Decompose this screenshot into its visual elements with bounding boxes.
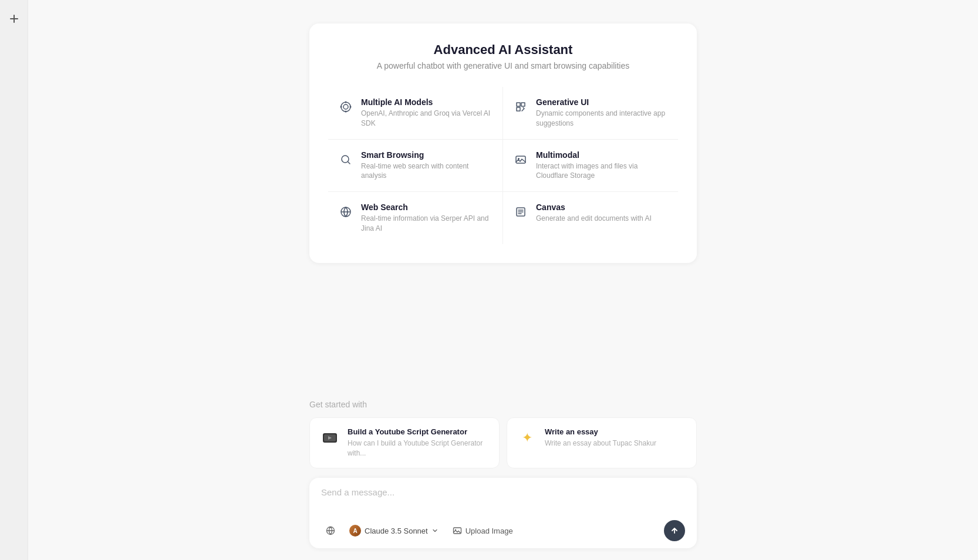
svg-point-4: [340, 106, 342, 108]
upload-label: Upload Image: [466, 527, 513, 535]
svg-point-2: [345, 102, 347, 103]
feature-desc-multimodal: Interact with images and files via Cloud…: [536, 161, 669, 181]
send-button[interactable]: [664, 520, 685, 541]
multimodal-icon: [512, 151, 529, 168]
input-toolbar: A Claude 3.5 Sonnet Upload Image: [321, 520, 685, 541]
feature-card: Advanced AI Assistant A powerful chatbot…: [309, 23, 697, 263]
feature-multiple-ai-models: Multiple AI Models OpenAI, Anthropic and…: [328, 87, 503, 140]
new-chat-button[interactable]: [5, 9, 23, 28]
suggestion-title-youtube: Build a Youtube Script Generator: [348, 427, 490, 436]
feature-desc-genui: Dynamic components and interactive app s…: [536, 109, 669, 129]
youtube-icon: [319, 427, 340, 448]
feature-desc-canvas: Generate and edit documents with AI: [536, 214, 652, 224]
svg-point-5: [350, 106, 352, 108]
svg-point-6: [342, 156, 349, 163]
input-area: A Claude 3.5 Sonnet Upload Image: [309, 478, 697, 548]
model-selector[interactable]: A Claude 3.5 Sonnet: [349, 525, 439, 537]
main-content: Advanced AI Assistant A powerful chatbot…: [28, 0, 978, 560]
suggestion-youtube-script[interactable]: Build a Youtube Script Generator How can…: [309, 417, 500, 468]
suggestion-desc-essay: Write an essay about Tupac Shakur: [545, 438, 656, 448]
feature-desc-browsing: Real-time web search with content analys…: [361, 161, 493, 181]
sparkle-icon: ✦: [517, 427, 538, 448]
suggestion-title-essay: Write an essay: [545, 427, 656, 436]
svg-point-8: [518, 158, 520, 160]
canvas-icon: [512, 204, 529, 220]
feature-title-models: Multiple AI Models: [361, 97, 493, 107]
upload-image-button[interactable]: Upload Image: [448, 524, 518, 538]
suggestion-desc-youtube: How can I build a Youtube Script Generat…: [348, 438, 490, 458]
feature-title-web-search: Web Search: [361, 203, 493, 212]
models-icon: [338, 99, 354, 115]
svg-point-3: [345, 111, 347, 113]
hero-title: Advanced AI Assistant: [328, 42, 678, 58]
toolbar-left: A Claude 3.5 Sonnet Upload Image: [321, 524, 518, 538]
feature-desc-models: OpenAI, Anthropic and Groq via Vercel AI…: [361, 109, 493, 129]
svg-rect-7: [516, 156, 525, 163]
features-grid: Multiple AI Models OpenAI, Anthropic and…: [328, 87, 678, 244]
image-icon: [453, 526, 462, 535]
smart-browsing-icon: [338, 151, 354, 168]
svg-point-0: [341, 102, 350, 112]
claude-icon: A: [349, 525, 361, 537]
suggestions-grid: Build a Youtube Script Generator How can…: [309, 417, 697, 468]
model-name: Claude 3.5 Sonnet: [365, 527, 428, 535]
globe-icon: [326, 526, 335, 535]
get-started-section: Get started with Build a Youtube Script …: [309, 400, 697, 468]
chevron-down-icon: [431, 527, 439, 534]
feature-canvas: Canvas Generate and edit documents with …: [503, 192, 678, 244]
feature-title-canvas: Canvas: [536, 203, 652, 212]
feature-multimodal: Multimodal Interact with images and file…: [503, 140, 678, 193]
hero-subtitle: A powerful chatbot with generative UI an…: [328, 61, 678, 70]
plus-icon: [9, 14, 19, 23]
message-input[interactable]: [321, 487, 685, 511]
feature-title-multimodal: Multimodal: [536, 150, 669, 160]
send-icon: [670, 526, 679, 535]
sidebar: [0, 0, 28, 560]
feature-title-browsing: Smart Browsing: [361, 150, 493, 160]
svg-point-15: [455, 529, 456, 531]
feature-smart-browsing: Smart Browsing Real-time web search with…: [328, 140, 503, 193]
web-search-toggle[interactable]: [321, 524, 340, 538]
get-started-label: Get started with: [309, 400, 697, 409]
feature-desc-web-search: Real-time information via Serper API and…: [361, 214, 493, 234]
svg-point-1: [343, 104, 348, 109]
generative-ui-icon: [512, 99, 529, 115]
web-search-icon: [338, 204, 354, 220]
feature-title-genui: Generative UI: [536, 97, 669, 107]
suggestion-write-essay[interactable]: ✦ Write an essay Write an essay about Tu…: [507, 417, 697, 468]
feature-web-search: Web Search Real-time information via Ser…: [328, 192, 503, 244]
feature-generative-ui: Generative UI Dynamic components and int…: [503, 87, 678, 140]
